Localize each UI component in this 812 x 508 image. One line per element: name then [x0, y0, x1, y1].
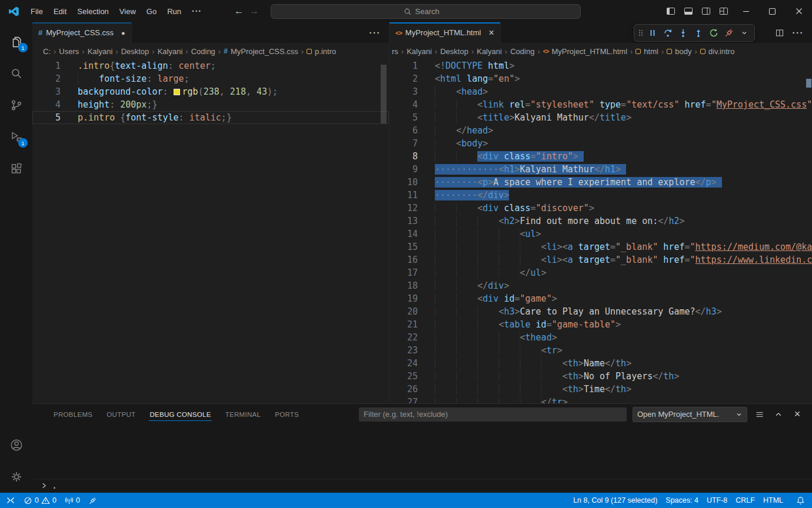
code-line[interactable]: 17 </ul> [390, 266, 812, 279]
line-number[interactable]: 11 [390, 189, 418, 202]
drag-handle-icon[interactable] [637, 26, 645, 40]
editor-content-css[interactable]: 1.intro{text-align: center;2 font-size: … [32, 59, 389, 403]
code-line[interactable]: 22 <thead> [390, 331, 812, 344]
line-number[interactable]: 24 [390, 357, 418, 370]
menu-edit[interactable]: Edit [48, 0, 72, 22]
code-text[interactable]: <ul> [435, 228, 541, 240]
line-number[interactable]: 3 [390, 85, 418, 98]
code-line[interactable]: 24 <th>Name</th> [390, 357, 812, 370]
menu-go[interactable]: Go [141, 0, 162, 22]
line-number[interactable]: 12 [390, 202, 418, 215]
line-number[interactable]: 1 [32, 59, 61, 72]
maximize-panel-icon[interactable] [772, 408, 785, 421]
panel-tab-debug-console[interactable]: DEBUG CONSOLE [142, 404, 218, 425]
code-line[interactable]: 5 <title>Kalyani Mathur</title> [390, 111, 812, 124]
debug-repl-input[interactable]: . [32, 479, 812, 492]
line-number[interactable]: 2 [32, 72, 61, 85]
code-line[interactable]: 13 <h2>Find out more about me on:</h2> [390, 215, 812, 228]
code-line[interactable]: 20 <h3>Care to Play an Unnecessary Game?… [390, 305, 812, 318]
panel-tab-problems[interactable]: PROBLEMS [46, 404, 99, 425]
code-text[interactable]: <head> [435, 85, 488, 98]
code-text[interactable]: <div class="intro"> [435, 150, 584, 163]
breadcrumb-item[interactable]: Kalyani [158, 47, 183, 56]
code-line[interactable]: 11········</div> [390, 189, 812, 202]
line-number[interactable]: 26 [390, 383, 418, 396]
line-number[interactable]: 1 [390, 59, 418, 72]
breadcrumb-item[interactable]: Kalyani [88, 47, 113, 56]
line-number[interactable]: 16 [390, 253, 418, 266]
code-text[interactable]: <html lang="en"> [435, 72, 520, 85]
line-number[interactable]: 15 [390, 240, 418, 253]
split-editor-icon[interactable] [775, 28, 784, 38]
line-number[interactable]: 20 [390, 305, 418, 318]
line-number[interactable]: 6 [390, 124, 418, 137]
status-eol[interactable]: CRLF [731, 493, 759, 508]
debug-session-select[interactable]: Open MyProject_HTML. [633, 407, 747, 422]
code-text[interactable]: ············<h1>Kalyani Mathur</h1> [435, 163, 626, 176]
line-number[interactable]: 4 [390, 98, 418, 111]
code-line[interactable]: 1.intro{text-align: center; [32, 59, 389, 72]
code-text[interactable]: <th>Name</th> [435, 357, 631, 370]
code-text[interactable]: </div> [435, 279, 509, 292]
breadcrumb-item[interactable]: rs [392, 47, 398, 56]
menu-run[interactable]: Run [162, 0, 187, 22]
code-text[interactable]: font-size: large; [78, 72, 189, 85]
code-line[interactable]: 2 font-size: large; [32, 72, 389, 85]
notifications-bell[interactable] [792, 493, 812, 508]
close-window-button[interactable] [786, 0, 812, 22]
status-language-mode[interactable]: HTML [759, 493, 787, 508]
editor-actions-more-icon[interactable]: ··· [370, 28, 381, 38]
code-line[interactable]: 2<html lang="en"> [390, 72, 812, 85]
line-number[interactable]: 2 [390, 72, 418, 85]
debug-console-body[interactable]: . [32, 425, 812, 493]
code-line[interactable]: 4 <link rel="stylesheet" type="text/css"… [390, 98, 812, 111]
toggle-secondary-sidebar-icon[interactable] [697, 0, 715, 22]
status-debug[interactable] [84, 493, 101, 508]
line-number[interactable]: 5 [32, 111, 61, 124]
code-line[interactable]: 4height: 200px;} [32, 98, 389, 111]
line-number[interactable]: 25 [390, 370, 418, 383]
line-number[interactable]: 4 [32, 98, 61, 111]
maximize-button[interactable] [759, 0, 786, 22]
code-text[interactable]: <div class="discover"> [435, 202, 594, 215]
code-text[interactable]: <title>Kalyani Mathur</title> [435, 111, 631, 124]
sidebar-item-explorer[interactable]: 1 [0, 26, 32, 58]
line-number[interactable]: 7 [390, 137, 418, 150]
code-line[interactable]: 3 <head> [390, 85, 812, 98]
command-center-search[interactable] [271, 4, 581, 19]
panel-tab-terminal[interactable]: TERMINAL [218, 404, 268, 425]
navigate-back-icon[interactable]: ← [234, 6, 244, 16]
step-out-button[interactable] [691, 26, 706, 40]
code-text[interactable]: ········<p>A space where I experiment an… [435, 176, 722, 189]
menu-view[interactable]: View [114, 0, 141, 22]
status-ports[interactable]: 0 [61, 493, 84, 508]
scrollbar-thumb[interactable] [381, 65, 387, 123]
code-text[interactable]: <table id="game-table"> [435, 318, 621, 331]
breadcrumb-item[interactable]: Desktop [440, 47, 468, 56]
tab-myproject-css[interactable]: # MyProject_CSS.css ● [32, 22, 132, 43]
step-over-button[interactable] [661, 26, 675, 40]
code-text[interactable]: <!DOCTYPE html> [435, 59, 514, 72]
code-text[interactable]: <th>Time</th> [435, 383, 631, 396]
code-text[interactable]: <h2>Find out more about me on:</h2> [435, 215, 684, 228]
navigate-forward-icon[interactable]: → [249, 6, 259, 16]
step-into-button[interactable] [676, 26, 691, 40]
code-line[interactable]: 16 <li><a target="_blank" href="https://… [390, 253, 812, 266]
code-line[interactable]: 5p.intro {font-style: italic;} [32, 111, 389, 124]
code-line[interactable]: 12 <div class="discover"> [390, 202, 812, 215]
code-text[interactable]: </head> [435, 124, 493, 137]
line-number[interactable]: 18 [390, 279, 418, 292]
code-text[interactable]: <li><a target="_blank" href="https://www… [435, 253, 812, 266]
remote-indicator[interactable] [0, 493, 19, 508]
breadcrumb-item[interactable]: html [635, 47, 658, 56]
panel-tab-ports[interactable]: PORTS [268, 404, 306, 425]
code-text[interactable]: height: 200px;} [78, 98, 157, 111]
code-text[interactable]: <tr> [435, 344, 563, 357]
status-problems[interactable]: 0 0 [19, 493, 61, 508]
line-number[interactable]: 17 [390, 266, 418, 279]
code-text[interactable]: p.intro {font-style: italic;} [78, 111, 232, 124]
line-number[interactable]: 21 [390, 318, 418, 331]
code-line[interactable]: 7 <body> [390, 137, 812, 150]
code-line[interactable]: 19 <div id="game"> [390, 292, 812, 305]
status-encoding[interactable]: UTF-8 [703, 493, 731, 508]
